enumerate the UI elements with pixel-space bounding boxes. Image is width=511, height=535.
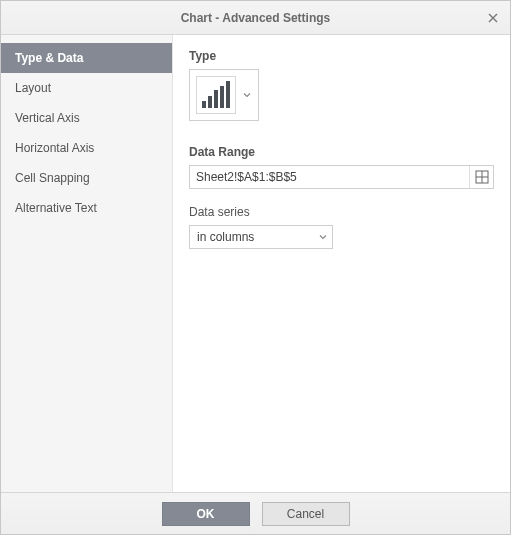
data-series-label: Data series [189, 205, 494, 219]
sidebar-item-label: Type & Data [15, 51, 83, 65]
dialog-footer: OK Cancel [1, 492, 510, 534]
content-panel: Type Data Range [173, 35, 510, 492]
dialog-title: Chart - Advanced Settings [181, 11, 331, 25]
chevron-down-icon [242, 91, 252, 99]
sidebar-item-label: Vertical Axis [15, 111, 80, 125]
column-chart-icon [202, 81, 230, 108]
close-button[interactable] [484, 9, 502, 27]
dialog-body: Type & Data Layout Vertical Axis Horizon… [1, 35, 510, 492]
titlebar: Chart - Advanced Settings [1, 1, 510, 35]
close-icon [487, 12, 499, 24]
ok-button-label: OK [197, 507, 215, 521]
sidebar-item-type-data[interactable]: Type & Data [1, 43, 172, 73]
sidebar-item-horizontal-axis[interactable]: Horizontal Axis [1, 133, 172, 163]
data-range-section: Data Range [189, 145, 494, 189]
sidebar-item-label: Layout [15, 81, 51, 95]
data-range-label: Data Range [189, 145, 494, 159]
data-series-section: Data series in columns [189, 205, 494, 249]
chart-type-thumbnail [196, 76, 236, 114]
sidebar: Type & Data Layout Vertical Axis Horizon… [1, 35, 173, 492]
sidebar-item-cell-snapping[interactable]: Cell Snapping [1, 163, 172, 193]
sidebar-item-alternative-text[interactable]: Alternative Text [1, 193, 172, 223]
data-series-value: in columns [190, 226, 332, 248]
cancel-button[interactable]: Cancel [262, 502, 350, 526]
ok-button[interactable]: OK [162, 502, 250, 526]
sidebar-item-layout[interactable]: Layout [1, 73, 172, 103]
dialog: Chart - Advanced Settings Type & Data La… [0, 0, 511, 535]
data-series-select[interactable]: in columns [189, 225, 333, 249]
chart-type-picker[interactable] [189, 69, 259, 121]
sidebar-item-label: Cell Snapping [15, 171, 90, 185]
select-range-icon [475, 170, 489, 184]
sidebar-item-label: Horizontal Axis [15, 141, 94, 155]
data-range-input[interactable] [190, 166, 469, 188]
sidebar-item-vertical-axis[interactable]: Vertical Axis [1, 103, 172, 133]
sidebar-item-label: Alternative Text [15, 201, 97, 215]
select-range-button[interactable] [469, 166, 493, 188]
data-range-field [189, 165, 494, 189]
type-section: Type [189, 49, 494, 145]
chevron-down-icon [319, 230, 327, 244]
cancel-button-label: Cancel [287, 507, 324, 521]
type-label: Type [189, 49, 494, 63]
